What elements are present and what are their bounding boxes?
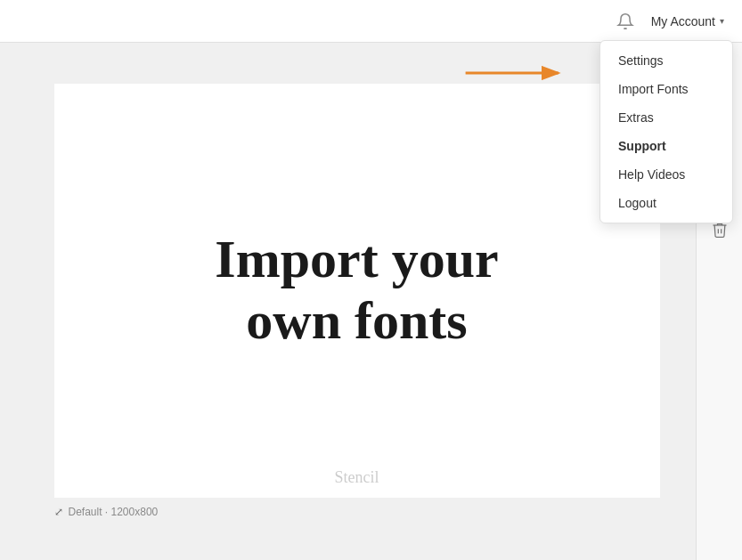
canvas-line2: own fonts (215, 290, 498, 352)
dropdown-item-logout[interactable]: Logout (600, 189, 732, 217)
my-account-button[interactable]: My Account ▾ (644, 11, 731, 32)
notification-bell-icon[interactable] (616, 12, 635, 31)
canvas-text: Import your own fonts (215, 229, 498, 352)
dropdown-item-support[interactable]: Support (600, 132, 732, 160)
dropdown-item-settings[interactable]: Settings (600, 46, 732, 75)
canvas-area: Import your own fonts Stencil ⤢ Default … (0, 43, 696, 560)
chevron-down-icon: ▾ (720, 16, 724, 26)
header-right: My Account ▾ (616, 11, 731, 32)
header: My Account ▾ (0, 0, 742, 43)
canvas-footer: ⤢ Default · 1200x800 (54, 498, 660, 523)
canvas-wrapper: Import your own fonts Stencil ⤢ Default … (54, 84, 660, 520)
dropdown-item-extras[interactable]: Extras (600, 103, 732, 132)
account-dropdown-menu: Settings Import Fonts Extras Support Hel… (599, 40, 733, 223)
canvas[interactable]: Import your own fonts Stencil (54, 84, 660, 498)
dropdown-item-import-fonts[interactable]: Import Fonts (600, 75, 732, 103)
dropdown-item-help-videos[interactable]: Help Videos (600, 160, 732, 189)
canvas-line1: Import your (215, 229, 498, 290)
canvas-watermark: Stencil (335, 468, 379, 487)
canvas-size-label: Default · 1200x800 (69, 506, 159, 518)
account-label: My Account (651, 14, 715, 28)
resize-icon: ⤢ (54, 506, 63, 518)
